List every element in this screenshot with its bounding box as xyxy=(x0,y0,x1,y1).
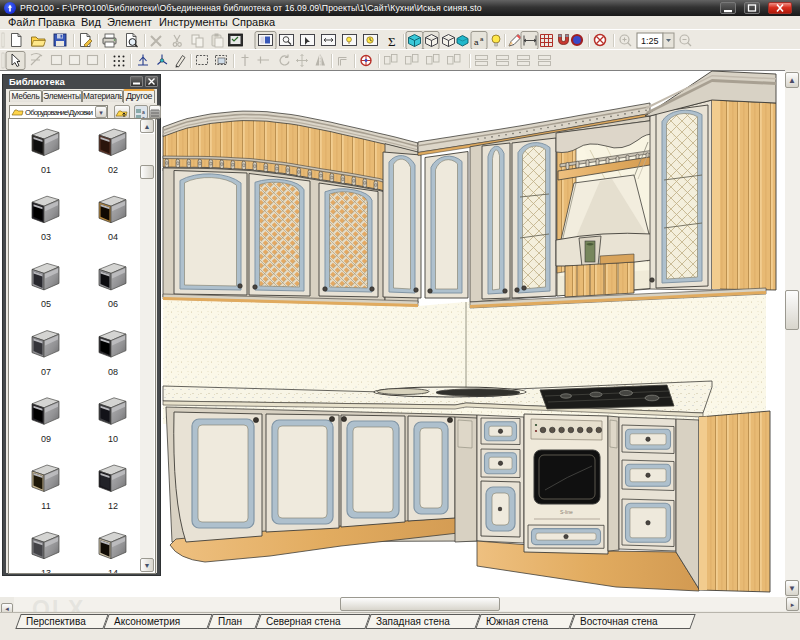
svg-text:12: 12 xyxy=(108,501,118,511)
svg-text:08: 08 xyxy=(108,367,118,377)
svg-text:10: 10 xyxy=(108,434,118,444)
svg-text:06: 06 xyxy=(108,299,118,309)
svg-text:Σ: Σ xyxy=(388,34,396,49)
svg-text:Оборудование\Духовки: Оборудование\Духовки xyxy=(25,108,93,117)
svg-text:S-line: S-line xyxy=(560,509,573,515)
svg-text:03: 03 xyxy=(41,232,51,242)
svg-text:05: 05 xyxy=(41,299,51,309)
svg-text:13: 13 xyxy=(41,568,51,573)
svg-text:04: 04 xyxy=(108,232,118,242)
svg-text:14: 14 xyxy=(108,568,118,573)
svg-text:а: а xyxy=(474,38,479,47)
svg-text:1:25: 1:25 xyxy=(641,36,659,46)
svg-text:11: 11 xyxy=(41,501,50,511)
svg-text:01: 01 xyxy=(41,165,51,175)
svg-text:07: 07 xyxy=(41,367,51,377)
svg-text:09: 09 xyxy=(41,434,51,444)
svg-text:02: 02 xyxy=(108,165,118,175)
